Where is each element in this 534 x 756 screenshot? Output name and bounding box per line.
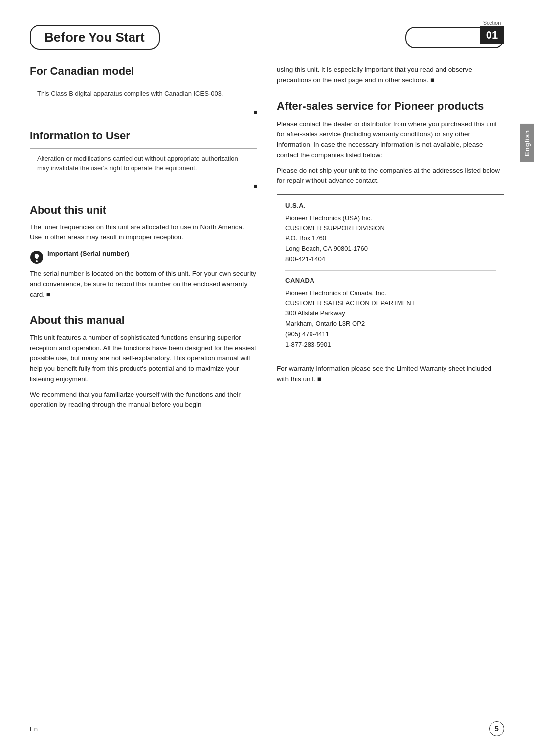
about-unit-body: The tuner frequencies on this unit are a… [30, 222, 257, 243]
contact-canada-heading: CANADA [285, 276, 496, 286]
info-to-user-square: ■ [30, 182, 257, 190]
important-note: Important (Serial number) [30, 250, 257, 264]
right-column: using this unit. It is especially import… [277, 65, 504, 415]
canadian-model-square: ■ [30, 108, 257, 116]
canadian-model-heading: For Canadian model [30, 65, 257, 78]
info-to-user-heading: Information to User [30, 130, 257, 142]
contact-canada: CANADA Pioneer Electronics of Canada, In… [285, 276, 496, 350]
page-title: Before You Start [30, 25, 160, 50]
contact-usa-line-5: 800-421-1404 [285, 254, 496, 265]
warranty-square: ■ [317, 375, 321, 383]
important-label: Important (Serial number) [47, 250, 129, 257]
footer: En 5 [30, 721, 504, 736]
header: Before You Start Section 01 [30, 25, 504, 50]
after-sales-body-2: Please do not ship your unit to the comp… [277, 166, 504, 186]
important-icon [30, 250, 44, 264]
about-manual-body-1: This unit features a number of sophistic… [30, 333, 257, 385]
contact-usa-line-4: Long Beach, CA 90801-1760 [285, 244, 496, 254]
about-unit-section: About this unit The tuner frequencies on… [30, 204, 257, 301]
info-to-user-text: Alteration or modifications carried out … [37, 155, 238, 172]
section-badge: Section 01 [480, 20, 504, 44]
section-label: Section [483, 20, 501, 26]
contact-usa-heading: U.S.A. [285, 201, 496, 211]
contact-divider [285, 270, 496, 271]
info-to-user-notice: Alteration or modifications carried out … [30, 148, 257, 178]
about-unit-square: ■ [46, 291, 50, 298]
about-unit-heading: About this unit [30, 204, 257, 217]
contact-usa-line-1: Pioneer Electronics (USA) Inc. [285, 213, 496, 223]
canadian-model-notice: This Class B digital apparatus complies … [30, 84, 257, 104]
contact-canada-line-5: (905) 479-4411 [285, 329, 496, 340]
after-sales-section: After-sales service for Pioneer products… [277, 99, 504, 385]
left-column: For Canadian model This Class B digital … [30, 65, 257, 415]
content-columns: For Canadian model This Class B digital … [30, 65, 504, 415]
canadian-model-section: For Canadian model This Class B digital … [30, 65, 257, 116]
page-number: 5 [490, 721, 504, 736]
after-sales-heading: After-sales service for Pioneer products [277, 99, 504, 114]
warranty-text: For warranty information please see the … [277, 364, 504, 385]
contact-canada-line-6: 1-877-283-5901 [285, 340, 496, 350]
about-unit-serial-body: The serial number is located on the bott… [30, 269, 257, 300]
contact-usa-line-2: CUSTOMER SUPPORT DIVISION [285, 223, 496, 234]
contact-usa-line-3: P.O. Box 1760 [285, 233, 496, 244]
contact-canada-line-4: Markham, Ontario L3R OP2 [285, 319, 496, 329]
page-container: Before You Start Section 01 English For … [0, 0, 534, 756]
contact-usa: U.S.A. Pioneer Electronics (USA) Inc. CU… [285, 201, 496, 265]
contact-box: U.S.A. Pioneer Electronics (USA) Inc. CU… [277, 194, 504, 356]
right-intro-square: ■ [430, 76, 434, 84]
english-sidebar-label: English [520, 124, 534, 162]
footer-en-label: En [30, 725, 38, 733]
contact-canada-line-3: 300 Allstate Parkway [285, 309, 496, 319]
section-number: 01 [480, 26, 504, 44]
contact-canada-line-2: CUSTOMER SATISFACTION DEPARTMENT [285, 298, 496, 309]
right-intro-text: using this unit. It is especially import… [277, 65, 504, 86]
info-to-user-section: Information to User Alteration or modifi… [30, 130, 257, 190]
svg-point-1 [36, 260, 38, 262]
canadian-model-text: This Class B digital apparatus complies … [37, 90, 223, 97]
after-sales-body-1: Please contact the dealer or distributor… [277, 119, 504, 161]
contact-canada-line-1: Pioneer Electronics of Canada, Inc. [285, 288, 496, 299]
about-manual-body-2: We recommend that you familiarize yourse… [30, 390, 257, 410]
about-manual-heading: About this manual [30, 314, 257, 327]
about-manual-section: About this manual This unit features a n… [30, 314, 257, 410]
